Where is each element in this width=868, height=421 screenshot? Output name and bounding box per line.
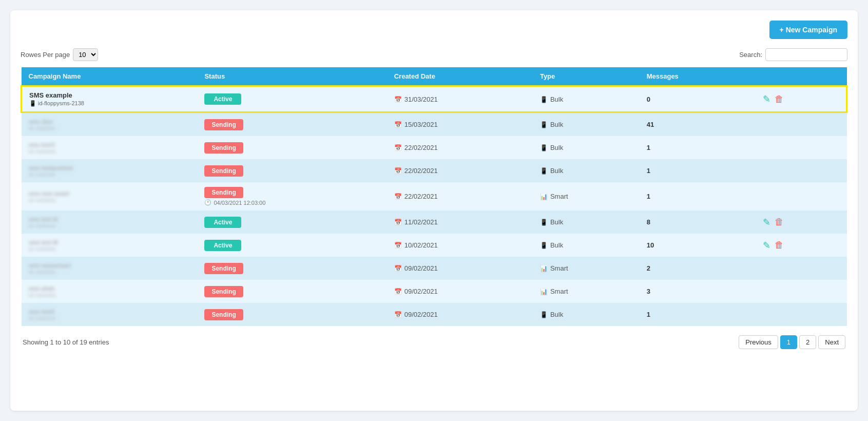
campaign-id: ••• •••••••••• bbox=[29, 315, 190, 321]
clock-icon bbox=[204, 199, 211, 206]
new-campaign-button[interactable]: + New Campaign bbox=[769, 21, 847, 39]
campaign-name-cell: sms ahah••• •••••••••• bbox=[22, 280, 198, 303]
type-cell: Smart bbox=[533, 257, 640, 280]
rows-per-page-label: Rowes Per page bbox=[21, 51, 70, 59]
date-value: 09/02/2021 bbox=[394, 288, 526, 295]
phone-icon bbox=[540, 121, 548, 128]
actions-cell: ✎ 🗑 bbox=[756, 210, 846, 234]
type-value: Bulk bbox=[540, 167, 632, 175]
status-badge: Active bbox=[204, 240, 241, 251]
table-body: SMS example📱 id-floppysms-2138Active31/0… bbox=[22, 86, 847, 327]
edit-button[interactable]: ✎ bbox=[763, 93, 770, 105]
actions-container: ✎ 🗑 bbox=[763, 240, 839, 251]
date-text: 11/02/2021 bbox=[404, 218, 438, 226]
campaign-id: ••• •••••••••• bbox=[29, 125, 190, 131]
messages-cell: 1 bbox=[640, 182, 756, 210]
date-value: 10/02/2021 bbox=[394, 241, 526, 249]
controls-bar: Rowes Per page 10 25 50 Search: bbox=[21, 48, 847, 61]
campaign-name: sms ahah bbox=[29, 284, 190, 292]
messages-cell: 41 bbox=[640, 112, 756, 137]
delete-button[interactable]: 🗑 bbox=[775, 217, 784, 227]
phone-icon bbox=[540, 241, 548, 249]
date-text: 09/02/2021 bbox=[404, 264, 438, 272]
campaign-name-prefix: sms test t0 bbox=[29, 239, 58, 245]
actions-container: ✎ 🗑 bbox=[763, 93, 839, 105]
campaign-name: sms test t2 bbox=[29, 215, 190, 223]
calendar-icon bbox=[394, 241, 402, 249]
date-value: 09/02/2021 bbox=[394, 264, 526, 272]
campaign-name-cell: sms zbor••• •••••••••• bbox=[22, 112, 198, 137]
edit-button[interactable]: ✎ bbox=[763, 217, 770, 228]
actions-cell bbox=[756, 182, 846, 210]
messages-cell: 2 bbox=[640, 257, 756, 280]
date-text: 10/02/2021 bbox=[404, 241, 438, 249]
type-value: Bulk bbox=[540, 144, 632, 151]
status-badge: Sending bbox=[204, 263, 243, 274]
previous-button[interactable]: Previous bbox=[739, 335, 778, 349]
table-row: sms new smart••• ••••••••••Sending04/03/… bbox=[22, 182, 847, 210]
phone-icon bbox=[540, 218, 548, 226]
type-cell: Bulk bbox=[533, 210, 640, 234]
page-2-button[interactable]: 2 bbox=[799, 335, 816, 349]
status-badge: Active bbox=[204, 93, 241, 105]
status-cell: Sending04/03/2021 12:03:00 bbox=[197, 182, 387, 210]
campaign-name-cell: SMS example📱 id-floppysms-2138 bbox=[22, 86, 198, 112]
type-text: Smart bbox=[550, 264, 568, 272]
type-value: Bulk bbox=[540, 121, 632, 128]
edit-button[interactable]: ✎ bbox=[763, 240, 770, 251]
delete-button[interactable]: 🗑 bbox=[775, 240, 784, 251]
table-row: sms test3••• ••••••••••Sending22/02/2021… bbox=[22, 136, 847, 159]
campaign-id: ••• •••••••••• bbox=[29, 171, 190, 178]
actions-cell bbox=[756, 303, 846, 326]
status-cell: Sending bbox=[197, 136, 387, 159]
campaign-name-cell: sms test t0••• •••••••••• bbox=[22, 234, 198, 257]
search-bar: Search: bbox=[739, 48, 847, 61]
next-button[interactable]: Next bbox=[818, 335, 845, 349]
calendar-icon bbox=[394, 167, 402, 175]
type-text: Bulk bbox=[550, 95, 563, 103]
date-cell: 09/02/2021 bbox=[387, 280, 533, 303]
chart-icon bbox=[540, 288, 548, 295]
campaign-name: SMS example bbox=[29, 91, 190, 99]
delete-button[interactable]: 🗑 bbox=[775, 94, 784, 105]
campaign-id: ••• •••••••••• bbox=[29, 246, 190, 252]
status-cell: Sending bbox=[197, 159, 387, 182]
calendar-icon bbox=[394, 144, 402, 151]
rows-per-page-select[interactable]: 10 25 50 bbox=[73, 48, 98, 61]
campaign-name-prefix: sms test3 bbox=[29, 142, 55, 148]
actions-cell bbox=[756, 159, 846, 182]
campaign-name-cell: sms newssmart••• •••••••••• bbox=[22, 257, 198, 280]
date-cell: 11/02/2021 bbox=[387, 210, 533, 234]
date-cell: 09/02/2021 bbox=[387, 303, 533, 326]
date-text: 31/03/2021 bbox=[404, 95, 438, 103]
campaign-name-prefix: sms test2 bbox=[29, 309, 55, 315]
actions-cell: ✎ 🗑 bbox=[756, 234, 846, 257]
campaign-id: ••• •••••••••• bbox=[29, 223, 190, 229]
calendar-icon bbox=[394, 311, 402, 318]
col-status: Status bbox=[197, 67, 387, 86]
status-badge: Sending bbox=[204, 119, 243, 130]
page-1-button[interactable]: 1 bbox=[780, 335, 797, 349]
date-text: 22/02/2021 bbox=[404, 167, 438, 175]
footer-bar: Showing 1 to 10 of 19 entries Previous 1… bbox=[21, 335, 847, 349]
campaign-name: sms newssmart bbox=[29, 261, 190, 269]
status-cell: Sending bbox=[197, 280, 387, 303]
search-input[interactable] bbox=[765, 48, 847, 61]
chart-icon bbox=[540, 193, 548, 200]
date-value: 22/02/2021 bbox=[394, 193, 526, 200]
page-wrapper: + New Campaign Rowes Per page 10 25 50 S… bbox=[10, 10, 858, 411]
campaign-name-cell: sms test2••• •••••••••• bbox=[22, 303, 198, 326]
calendar-icon bbox=[394, 288, 402, 295]
table-row: sms ahah••• ••••••••••Sending09/02/2021S… bbox=[22, 280, 847, 303]
table-row: sms test t2••• ••••••••••Active11/02/202… bbox=[22, 210, 847, 234]
campaign-name: sms test t0 bbox=[29, 238, 190, 246]
col-campaign-name: Campaign Name bbox=[22, 67, 198, 86]
phone-icon bbox=[540, 167, 548, 175]
campaign-id: ••• •••••••••• bbox=[29, 197, 190, 203]
table-row: SMS example📱 id-floppysms-2138Active31/0… bbox=[22, 86, 847, 112]
campaign-name: sms new smart bbox=[29, 189, 190, 197]
date-text: 22/02/2021 bbox=[404, 193, 438, 200]
date-text: 09/02/2021 bbox=[404, 288, 438, 295]
type-text: Bulk bbox=[550, 311, 563, 318]
schedule-time: 04/03/2021 12:03:00 bbox=[214, 200, 265, 206]
